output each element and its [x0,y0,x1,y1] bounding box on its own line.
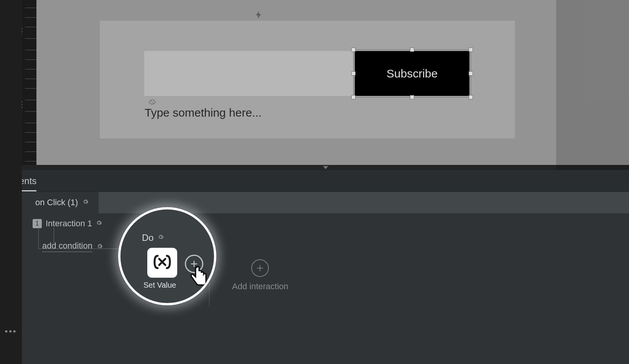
left-sidebar: ••• [0,0,22,364]
interaction-indicator-icon [255,11,262,21]
design-canvas[interactable]: Type something here... Subscribe [22,0,629,170]
gear-icon[interactable] [96,220,102,227]
events-panel: Events on Click (1) [0,170,629,364]
more-menu-icon[interactable]: ••• [0,326,22,336]
hidden-icon [148,99,156,107]
interaction-number-badge: 1 [33,219,42,228]
event-trigger-tab[interactable]: on Click (1) [22,192,629,213]
interaction-item[interactable]: 1 Interaction 1 [33,219,102,229]
gear-icon[interactable] [158,234,164,242]
chevron-down-icon [323,166,328,169]
zoom-magnifier: Do Set Value [118,207,216,305]
add-action-button[interactable] [185,255,203,273]
canvas-text-input[interactable] [144,51,353,96]
do-label: Do [142,232,154,243]
events-panel-header: Events [0,170,629,192]
interaction-label: Interaction 1 [46,219,92,229]
gear-icon[interactable] [97,243,103,251]
canvas-subscribe-button[interactable]: Subscribe [355,51,469,96]
canvas-artboard[interactable]: Type something here... Subscribe [100,21,515,138]
add-interaction-button[interactable]: Add interaction [232,259,288,292]
plus-circle-icon [251,259,269,277]
add-interaction-label: Add interaction [232,282,288,292]
gear-icon[interactable] [82,199,89,206]
variable-icon [153,254,171,271]
subscribe-label: Subscribe [387,67,438,80]
action-set-value[interactable] [147,248,177,278]
panel-collapse-handle[interactable] [22,165,629,170]
trigger-label: on Click (1) [35,198,78,208]
vertical-ruler [22,0,36,165]
action-label: Set Value [143,281,176,290]
canvas-placeholder-text[interactable]: Type something here... [145,106,262,119]
add-condition-link[interactable]: add condition [42,241,92,252]
